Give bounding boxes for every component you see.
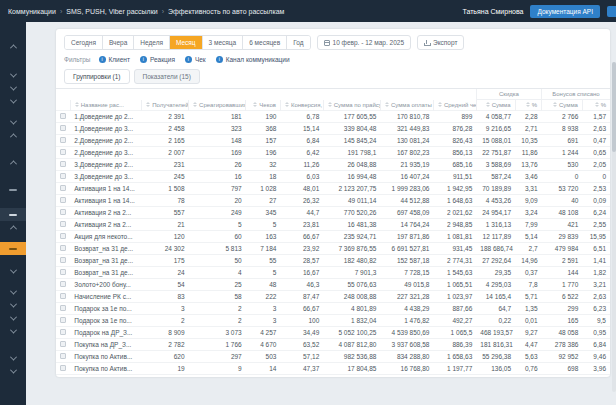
export-button[interactable]: Экспорт (417, 35, 464, 50)
value-cell: 697 458,09 (380, 207, 433, 219)
table-row[interactable]: Возврат_на 31 де...175505528,57182 480,8… (56, 255, 610, 267)
table-row[interactable]: Начисление РК с...835822287,47248 008,88… (56, 291, 610, 303)
table-row[interactable]: 3.Доведение до 2...231263211,2626 048,88… (56, 159, 610, 171)
breadcrumb-communications[interactable]: Коммуникации (8, 8, 56, 15)
period-button-вчера[interactable]: Вчера (103, 36, 134, 49)
mailing-name-cell: Покупка по Актив... (70, 375, 141, 378)
table-row[interactable]: Покупка на ДР_З...2 7821 7664 67063,524 … (56, 339, 610, 351)
value-cell: 16 994,48 (323, 171, 380, 183)
date-range-picker[interactable]: 10 февр. - 12 мар. 2025 (317, 35, 411, 50)
sidebar-item[interactable] (0, 116, 26, 129)
user-name[interactable]: Татьяна Смирнова (462, 8, 523, 15)
sidebar-item-active[interactable] (0, 242, 26, 255)
topbar-extra-button[interactable] (607, 6, 616, 17)
value-cell: 1,35 (515, 303, 542, 315)
value-cell: 0,95 (582, 327, 610, 339)
table-column-header[interactable]: Сумма (476, 100, 515, 111)
tab-metrics[interactable]: Показатели (15) (134, 69, 200, 84)
breadcrumb-mailings[interactable]: SMS, PUSH, Viber рассылки (66, 8, 157, 15)
sidebar-item[interactable] (0, 82, 26, 95)
table-row[interactable]: Возврат_на 31 де...244516,677 901,37 728… (56, 267, 610, 279)
table-column-header[interactable]: Получателей (142, 100, 189, 111)
filter-chip[interactable]: iКанал коммуникации (216, 56, 290, 63)
filter-chip[interactable]: iЧек (185, 56, 206, 63)
mailing-name-cell: Активация 2 на 2... (70, 219, 141, 231)
table-row[interactable]: Подарок за 1е по...32366,674 801,894 438… (56, 303, 610, 315)
table-row[interactable]: Покупка по Актив...62029750357,12982 536… (56, 351, 610, 363)
table-row[interactable]: Активация 1 на 14...1 5087971 02848,012 … (56, 183, 610, 195)
value-cell: 13,76 (515, 159, 542, 171)
value-cell: 4 453,26 (476, 195, 515, 207)
table-row[interactable]: Золото+200 бону...54254846,355 076,6349 … (56, 279, 610, 291)
table-column-header[interactable]: % (582, 100, 610, 111)
table-column-header[interactable]: Сумма оплаты (380, 100, 433, 111)
table-row[interactable]: 3.Доведение до 3...24516186,0316 994,481… (56, 171, 610, 183)
table-column-header[interactable]: Сумма (542, 100, 583, 111)
api-docs-button[interactable]: Документация API (530, 5, 600, 18)
filter-chip[interactable]: iКлиент (99, 56, 130, 63)
table-row[interactable]: Акция для некото...1206016366,67235 924,… (56, 231, 610, 243)
table-column-header[interactable]: % (515, 100, 542, 111)
mailing-icon (60, 257, 66, 263)
value-cell: 175 (142, 255, 189, 267)
period-button-неделя[interactable]: Неделя (134, 36, 170, 49)
table-row[interactable]: Подарок на ДР_З...8 9093 0734 25734,495 … (56, 327, 610, 339)
sidebar-item[interactable] (0, 265, 26, 278)
sidebar-item[interactable] (0, 95, 26, 108)
value-cell: 557 (142, 207, 189, 219)
sidebar-item[interactable] (0, 40, 26, 53)
period-button-сегодня[interactable]: Сегодня (65, 36, 103, 49)
table-row[interactable]: 1.Доведение до 2...2 3911811906,78177 60… (56, 111, 610, 123)
tab-groupings[interactable]: Группировки (1) (64, 69, 130, 84)
sidebar-item[interactable] (0, 325, 26, 338)
sidebar-item[interactable] (0, 312, 26, 325)
value-cell: 6,03 (280, 171, 323, 183)
table-column-header[interactable]: Название рас... (70, 100, 141, 111)
period-button-3-месяца[interactable]: 3 месяца (203, 36, 244, 49)
value-cell: 26,32 (280, 195, 323, 207)
table-row[interactable]: Подарок за 1е по...2231001 832,041 476,8… (56, 315, 610, 327)
scrollbar-thumb[interactable] (612, 62, 616, 152)
sidebar (0, 22, 26, 405)
table-row[interactable]: Активация 1 на 14...78202726,3249 011,14… (56, 195, 610, 207)
scrollbar[interactable] (612, 62, 616, 392)
sidebar-item[interactable] (0, 156, 26, 169)
value-cell: 0,76 (515, 363, 542, 375)
table-row[interactable]: Покупка по Актив...1991447,3717 804,8516… (56, 363, 610, 375)
sidebar-item[interactable] (0, 208, 26, 221)
table-column-header[interactable]: Чеков (246, 100, 281, 111)
sidebar-item[interactable] (0, 129, 26, 142)
period-button-6-месяцев[interactable]: 6 месяцев (243, 36, 287, 49)
period-button-год[interactable]: Год (287, 36, 309, 49)
mailing-icon (60, 221, 66, 227)
sidebar-item[interactable] (0, 69, 26, 82)
table-column-header[interactable]: Средний чек (433, 100, 476, 111)
value-cell: 60 (189, 231, 246, 243)
table-row[interactable]: Активация 2 на 2...215523,8116 481,3814 … (56, 219, 610, 231)
table-group-header-empty (323, 89, 380, 100)
table-row[interactable]: Возврат_на 31 де...24 3025 8137 18423,92… (56, 243, 610, 255)
value-cell: 28,57 (280, 255, 323, 267)
sidebar-item[interactable] (0, 183, 26, 196)
sidebar-item[interactable] (0, 286, 26, 299)
table-row[interactable]: Активация 2 на 2...55724934544,7770 520,… (56, 207, 610, 219)
value-cell: 148 (189, 135, 246, 147)
table-row[interactable]: Покупка по Актив...1808715448,33359 822,… (56, 375, 610, 378)
chevron-down-icon (9, 71, 16, 78)
table-column-header[interactable]: Сумма по прайсу (323, 100, 380, 111)
table-row[interactable]: 2.Доведение до 2...2 1651481576,84145 84… (56, 135, 610, 147)
value-cell: 2 591 (542, 255, 583, 267)
table-row[interactable]: 2.Доведение до 3...2 0071691966,42191 79… (56, 147, 610, 159)
table-column-header[interactable]: Среагировавших (189, 100, 246, 111)
value-cell: 49 011,14 (323, 195, 380, 207)
filter-chip[interactable]: iРеакция (140, 56, 175, 63)
sidebar-item[interactable] (0, 365, 26, 378)
table-row[interactable]: 1.Доведение до 3...2 45832336815,14339 8… (56, 123, 610, 135)
mailing-icon (60, 161, 66, 167)
sidebar-item[interactable] (0, 221, 26, 234)
value-cell: 66,67 (280, 303, 323, 315)
table-column-header[interactable]: Конверсия, % (280, 100, 323, 111)
sidebar-item[interactable] (0, 352, 26, 365)
sidebar-item[interactable] (0, 299, 26, 312)
period-button-месяц[interactable]: Месяц (170, 36, 203, 49)
